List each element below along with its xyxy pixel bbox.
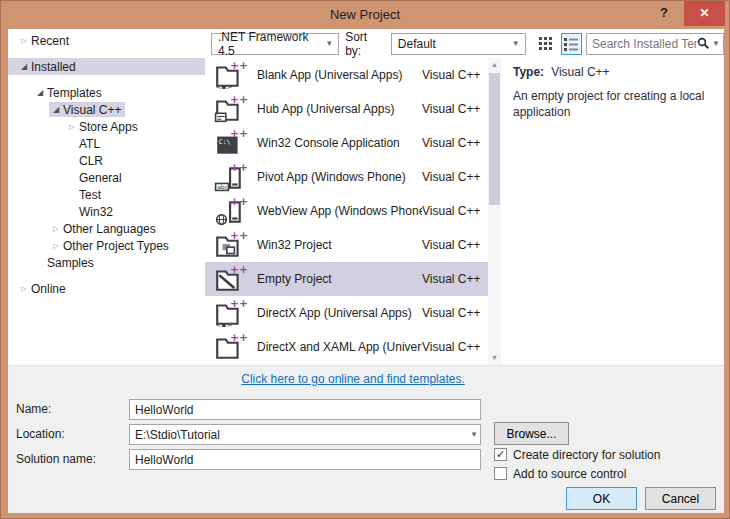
tree-collapsed-icon[interactable]: ▷ bbox=[49, 242, 63, 250]
scrollbar-thumb[interactable] bbox=[489, 73, 500, 205]
template-language: Visual C++ bbox=[422, 102, 488, 116]
svg-text:abc: abc bbox=[217, 184, 228, 190]
templates-area: <▪>++Blank App (Universal Apps)Visual C+… bbox=[205, 58, 724, 365]
template-row-directx-app-universal-apps[interactable]: <▪>++DirectX App (Universal Apps)Visual … bbox=[205, 296, 488, 330]
chevron-down-icon: ▼ bbox=[506, 39, 520, 48]
name-field[interactable] bbox=[129, 399, 481, 420]
grid-view-icon bbox=[539, 37, 553, 51]
sidebar-item-visual-c[interactable]: ◢Visual C++ bbox=[8, 101, 205, 118]
template-row-pivot-app-windows-phone[interactable]: abc++Pivot App (Windows Phone)Visual C++ bbox=[205, 160, 488, 194]
sidebar-item-clr[interactable]: CLR bbox=[8, 152, 205, 169]
template-language: Visual C++ bbox=[422, 170, 488, 184]
list-view-button[interactable] bbox=[561, 33, 582, 55]
sidebar-item-test[interactable]: Test bbox=[8, 186, 205, 203]
tree-expanded-icon[interactable]: ◢ bbox=[33, 88, 47, 97]
template-name: DirectX and XAML App (Universal... bbox=[257, 340, 422, 354]
framework-dropdown[interactable]: .NET Framework 4.5 ▼ bbox=[211, 33, 339, 55]
titlebar[interactable]: New Project ? ✕ bbox=[1, 1, 729, 29]
tree-collapsed-icon[interactable]: ▷ bbox=[17, 285, 31, 293]
scroll-up-icon[interactable]: ▲ bbox=[488, 58, 501, 72]
checkbox-check-icon[interactable] bbox=[494, 467, 507, 480]
template-language: Visual C++ bbox=[422, 340, 488, 354]
small-icons-view-button[interactable] bbox=[536, 33, 557, 55]
template-row-webview-app-windows-phone[interactable]: ++WebView App (Windows Phone)Visual C++ bbox=[205, 194, 488, 228]
sidebar-item-label: General bbox=[79, 171, 122, 185]
svg-text:++: ++ bbox=[230, 195, 248, 208]
search-box[interactable]: ▼ bbox=[586, 33, 724, 55]
sidebar-item-general[interactable]: General bbox=[8, 169, 205, 186]
search-input[interactable] bbox=[592, 37, 697, 51]
cancel-button[interactable]: Cancel bbox=[645, 487, 716, 510]
template-row-blank-app-universal-apps[interactable]: <▪>++Blank App (Universal Apps)Visual C+… bbox=[205, 58, 488, 92]
template-language: Visual C++ bbox=[422, 68, 488, 82]
svg-text:++: ++ bbox=[230, 229, 248, 242]
template-row-directx-and-xaml-app-universal[interactable]: ++DirectX and XAML App (Universal...Visu… bbox=[205, 330, 488, 364]
tree-collapsed-icon[interactable]: ▷ bbox=[65, 123, 79, 131]
sidebar-item-store-apps[interactable]: ▷Store Apps bbox=[8, 118, 205, 135]
dialog-body: ▷Recent◢Installed◢Templates◢Visual C++▷S… bbox=[8, 29, 724, 365]
blank-app-icon: <▪>++ bbox=[214, 60, 244, 90]
chevron-down-icon: ▼ bbox=[319, 39, 333, 48]
template-row-empty-project[interactable]: ++Empty ProjectVisual C++ bbox=[205, 262, 488, 296]
template-name: Blank App (Universal Apps) bbox=[257, 68, 422, 82]
category-tree: ▷Recent◢Installed◢Templates◢Visual C++▷S… bbox=[8, 29, 205, 365]
sidebar-item-label: Recent bbox=[31, 34, 69, 48]
template-row-hub-app-universal-apps[interactable]: ++Hub App (Universal Apps)Visual C++ bbox=[205, 92, 488, 126]
svg-text:<▪>: <▪> bbox=[215, 82, 233, 91]
sidebar-item-installed[interactable]: ◢Installed bbox=[8, 58, 205, 75]
sidebar-item-recent[interactable]: ▷Recent bbox=[8, 32, 205, 49]
template-list: <▪>++Blank App (Universal Apps)Visual C+… bbox=[205, 58, 501, 365]
tree-expanded-icon[interactable]: ◢ bbox=[17, 62, 31, 71]
solution-name-field[interactable] bbox=[129, 449, 481, 470]
online-templates-link[interactable]: Click here to go online and find templat… bbox=[241, 372, 464, 386]
sort-dropdown[interactable]: Default ▼ bbox=[391, 33, 526, 55]
list-view-icon bbox=[564, 37, 578, 51]
toolbar: .NET Framework 4.5 ▼ Sort by: Default ▼ bbox=[205, 29, 724, 58]
create-directory-checkbox[interactable]: ✓ Create directory for solution bbox=[494, 447, 660, 462]
template-language: Visual C++ bbox=[422, 306, 488, 320]
sidebar-item-templates[interactable]: ◢Templates bbox=[8, 84, 205, 101]
footer-panel: Click here to go online and find templat… bbox=[8, 365, 724, 513]
ok-button[interactable]: OK bbox=[566, 487, 637, 510]
console-icon: C:\++ bbox=[214, 128, 244, 158]
location-field[interactable] bbox=[129, 424, 481, 445]
svg-text:++: ++ bbox=[230, 127, 248, 140]
solution-name-label: Solution name: bbox=[16, 449, 96, 470]
sidebar-item-label: Templates bbox=[47, 86, 102, 100]
template-name: Win32 Console Application bbox=[257, 136, 422, 150]
source-control-checkbox[interactable]: Add to source control bbox=[494, 466, 626, 481]
create-directory-label: Create directory for solution bbox=[513, 448, 660, 462]
type-label: Type: bbox=[513, 65, 544, 79]
sidebar-item-label: Other Project Types bbox=[63, 239, 169, 253]
tree-collapsed-icon[interactable]: ▷ bbox=[17, 37, 31, 45]
sidebar-item-win32[interactable]: Win32 bbox=[8, 203, 205, 220]
browse-button[interactable]: Browse... bbox=[494, 422, 569, 445]
template-row-win32-project[interactable]: ++Win32 ProjectVisual C++ bbox=[205, 228, 488, 262]
sidebar-item-label: Store Apps bbox=[79, 120, 138, 134]
sidebar-item-label: Visual C++ bbox=[63, 103, 121, 117]
tree-collapsed-icon[interactable]: ▷ bbox=[49, 225, 63, 233]
sidebar-item-other-languages[interactable]: ▷Other Languages bbox=[8, 220, 205, 237]
tree-expanded-icon[interactable]: ◢ bbox=[49, 105, 63, 114]
template-row-win32-console-application[interactable]: C:\++Win32 Console ApplicationVisual C++ bbox=[205, 126, 488, 160]
scroll-down-icon[interactable]: ▼ bbox=[488, 351, 501, 365]
sort-dropdown-value: Default bbox=[398, 37, 436, 51]
sidebar-item-atl[interactable]: ATL bbox=[8, 135, 205, 152]
webview-app-icon: ++ bbox=[214, 196, 244, 226]
location-dropdown-icon[interactable]: ▼ bbox=[467, 424, 481, 445]
template-info-panel: Type: Visual C++ An empty project for cr… bbox=[501, 58, 724, 365]
close-button[interactable]: ✕ bbox=[684, 1, 725, 26]
help-button[interactable]: ? bbox=[651, 1, 677, 26]
svg-text:++: ++ bbox=[230, 297, 248, 310]
sidebar-item-label: Other Languages bbox=[63, 222, 156, 236]
sidebar-item-label: Test bbox=[79, 188, 101, 202]
sidebar-item-online[interactable]: ▷Online bbox=[8, 280, 205, 297]
pivot-app-icon: abc++ bbox=[214, 162, 244, 192]
hub-app-icon: ++ bbox=[214, 94, 244, 124]
checkbox-check-icon[interactable]: ✓ bbox=[494, 448, 507, 461]
sidebar-item-samples[interactable]: Samples bbox=[8, 254, 205, 271]
empty-icon: ++ bbox=[214, 264, 244, 294]
sidebar-item-other-project-types[interactable]: ▷Other Project Types bbox=[8, 237, 205, 254]
svg-text:++: ++ bbox=[230, 93, 248, 106]
list-scrollbar[interactable]: ▲ ▼ bbox=[488, 58, 501, 365]
